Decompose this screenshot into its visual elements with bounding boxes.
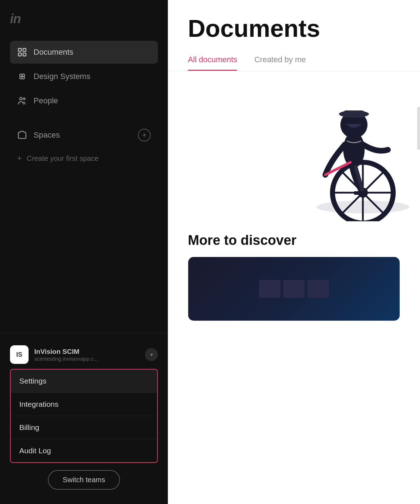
sidebar: in Documents	[0, 0, 168, 504]
svg-point-8	[20, 98, 22, 100]
svg-rect-3	[23, 53, 26, 56]
card-thumbnail-1	[259, 280, 280, 298]
documents-icon	[17, 47, 27, 57]
nav-item-people[interactable]: People	[10, 89, 158, 112]
plus-icon: +	[17, 154, 22, 163]
svg-rect-22	[354, 191, 365, 195]
account-info: InVision SCIM scimtesting.invisionapp.c.…	[34, 348, 139, 362]
discover-card	[188, 257, 400, 321]
nav-item-design-systems[interactable]: Design Systems	[10, 65, 158, 88]
dropdown-menu: Settings Integrations Billing Audit Log	[10, 369, 158, 463]
create-space-item[interactable]: + Create your first space	[10, 148, 158, 169]
nav-item-documents[interactable]: Documents	[10, 41, 158, 64]
svg-point-9	[24, 98, 25, 100]
tabs: All documents Created by me	[188, 55, 400, 71]
dropdown-item-integrations[interactable]: Integrations	[11, 393, 157, 416]
invision-logo: in	[10, 11, 158, 26]
create-space-label: Create your first space	[27, 154, 99, 163]
dropdown-item-settings[interactable]: Settings	[11, 370, 157, 393]
spaces-icon	[17, 130, 27, 140]
nav-label-people: People	[34, 96, 58, 105]
svg-rect-20	[343, 110, 365, 118]
spaces-header: Spaces +	[10, 122, 158, 148]
switch-teams-button[interactable]: Switch teams	[48, 470, 120, 490]
account-row[interactable]: IS InVision SCIM scimtesting.invisionapp…	[10, 340, 158, 369]
main-content: Documents All documents Created by me	[168, 0, 420, 504]
nav-label-design-systems: Design Systems	[34, 72, 90, 81]
chevron-down-icon[interactable]: ▾	[145, 348, 158, 361]
sidebar-top: in Documents	[0, 0, 168, 176]
nav-items: Documents Design Systems	[10, 41, 158, 112]
discover-section: More to discover	[168, 221, 420, 332]
svg-rect-0	[19, 49, 21, 51]
add-space-button[interactable]: +	[138, 129, 151, 142]
card-inner	[188, 257, 400, 321]
account-avatar: IS	[10, 345, 29, 364]
design-systems-icon	[17, 71, 27, 81]
account-name: InVision SCIM	[34, 348, 139, 356]
spaces-section: Spaces + + Create your first space	[10, 122, 158, 169]
svg-rect-1	[23, 49, 26, 51]
tab-created-by-me[interactable]: Created by me	[254, 55, 306, 71]
scrollbar[interactable]	[417, 107, 420, 150]
discover-title: More to discover	[188, 233, 400, 248]
dropdown-item-audit-log[interactable]: Audit Log	[11, 439, 157, 462]
account-url: scimtesting.invisionapp.c...	[34, 356, 139, 362]
illustration-wrapper	[168, 78, 420, 221]
spaces-label: Spaces	[34, 130, 60, 140]
tab-all-documents[interactable]: All documents	[188, 55, 237, 71]
empty-state-illustration	[249, 78, 420, 221]
svg-point-7	[20, 76, 22, 79]
svg-rect-2	[19, 53, 21, 56]
dropdown-item-billing[interactable]: Billing	[11, 416, 157, 439]
card-thumbnail-2	[283, 280, 305, 298]
card-thumbnail-3	[308, 280, 329, 298]
nav-label-documents: Documents	[34, 48, 73, 57]
spaces-icon-group: Spaces	[17, 130, 60, 140]
main-header: Documents All documents Created by me	[168, 0, 420, 71]
people-icon	[17, 96, 27, 106]
page-title: Documents	[188, 14, 400, 42]
sidebar-bottom: IS InVision SCIM scimtesting.invisionapp…	[0, 333, 168, 504]
svg-point-6	[22, 74, 25, 76]
